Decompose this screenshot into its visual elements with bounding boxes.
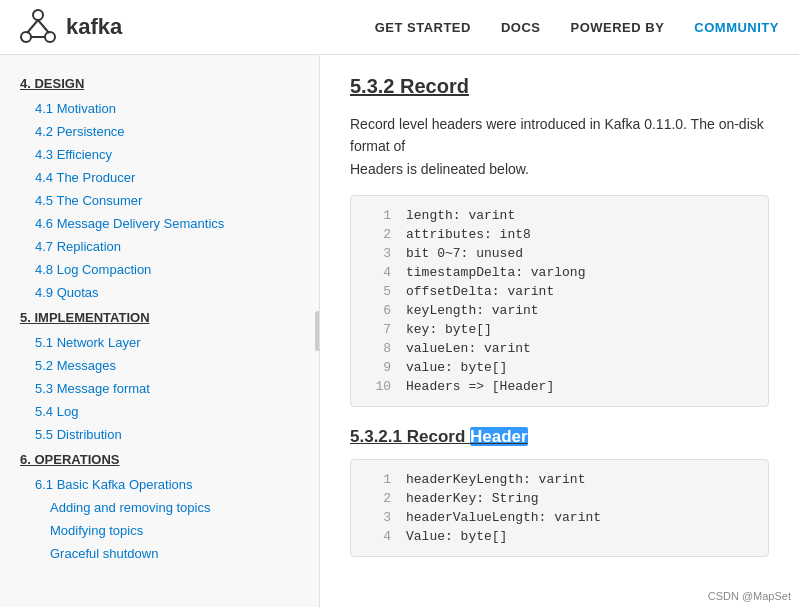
section-description: Record level headers were introduced in … xyxy=(350,113,769,180)
nav-powered-by[interactable]: POWERED BY xyxy=(570,20,664,35)
sidebar-section-operations[interactable]: 6. OPERATIONS xyxy=(0,446,319,473)
subsection-title-highlight: Header xyxy=(470,427,528,446)
svg-line-4 xyxy=(38,20,49,33)
nav-get-started[interactable]: GET STARTED xyxy=(375,20,471,35)
code-line-8: 8 valueLen: varint xyxy=(351,339,768,358)
code-line-h4: 4 Value: byte[] xyxy=(351,527,768,546)
watermark: CSDN @MapSet xyxy=(708,590,791,602)
logo-text: kafka xyxy=(66,14,122,40)
code-block-record: 1 length: varint 2 attributes: int8 3 bi… xyxy=(350,195,769,407)
code-line-10: 10 Headers => [Header] xyxy=(351,377,768,396)
sidebar-item-motivation[interactable]: 4.1 Motivation xyxy=(0,97,319,120)
section-title: 5.3.2 Record xyxy=(350,75,769,98)
svg-line-3 xyxy=(27,20,38,33)
sidebar-item-message-format[interactable]: 5.3 Message format xyxy=(0,377,319,400)
code-line-9: 9 value: byte[] xyxy=(351,358,768,377)
main-layout: 4. DESIGN 4.1 Motivation 4.2 Persistence… xyxy=(0,55,799,607)
sidebar-item-replication[interactable]: 4.7 Replication xyxy=(0,235,319,258)
nav-docs[interactable]: DOCS xyxy=(501,20,541,35)
sidebar-item-log[interactable]: 5.4 Log xyxy=(0,400,319,423)
code-line-h1: 1 headerKeyLength: varint xyxy=(351,470,768,489)
subsection-title: 5.3.2.1 Record Header xyxy=(350,427,769,447)
logo-area: kafka xyxy=(20,9,122,45)
sidebar-item-message-delivery[interactable]: 4.6 Message Delivery Semantics xyxy=(0,212,319,235)
sidebar-item-modifying-topics[interactable]: Modifying topics xyxy=(0,519,319,542)
svg-point-2 xyxy=(45,32,55,42)
sidebar-item-log-compaction[interactable]: 4.8 Log Compaction xyxy=(0,258,319,281)
sidebar: 4. DESIGN 4.1 Motivation 4.2 Persistence… xyxy=(0,55,320,607)
sidebar-item-quotas[interactable]: 4.9 Quotas xyxy=(0,281,319,304)
sidebar-item-basic-kafka-operations[interactable]: 6.1 Basic Kafka Operations xyxy=(0,473,319,496)
code-block-header: 1 headerKeyLength: varint 2 headerKey: S… xyxy=(350,459,769,557)
code-line-5: 5 offsetDelta: varint xyxy=(351,282,768,301)
sidebar-item-consumer[interactable]: 4.5 The Consumer xyxy=(0,189,319,212)
sidebar-collapse-handle[interactable]: < xyxy=(315,311,320,351)
code-line-3: 3 bit 0~7: unused xyxy=(351,244,768,263)
sidebar-item-graceful-shutdown[interactable]: Graceful shutdown xyxy=(0,542,319,565)
sidebar-item-producer[interactable]: 4.4 The Producer xyxy=(0,166,319,189)
kafka-logo-icon xyxy=(20,9,56,45)
code-line-h3: 3 headerValueLength: varint xyxy=(351,508,768,527)
code-line-6: 6 keyLength: varint xyxy=(351,301,768,320)
svg-point-1 xyxy=(21,32,31,42)
svg-point-0 xyxy=(33,10,43,20)
content-area: 5.3.2 Record Record level headers were i… xyxy=(320,55,799,607)
code-line-7: 7 key: byte[] xyxy=(351,320,768,339)
sidebar-section-design[interactable]: 4. DESIGN xyxy=(0,70,319,97)
sidebar-item-distribution[interactable]: 5.5 Distribution xyxy=(0,423,319,446)
sidebar-item-adding-removing-topics[interactable]: Adding and removing topics xyxy=(0,496,319,519)
nav-links: GET STARTED DOCS POWERED BY COMMUNITY xyxy=(375,20,779,35)
sidebar-section-implementation[interactable]: 5. IMPLEMENTATION xyxy=(0,304,319,331)
code-line-h2: 2 headerKey: String xyxy=(351,489,768,508)
nav-community[interactable]: COMMUNITY xyxy=(694,20,779,35)
code-line-4: 4 timestampDelta: varlong xyxy=(351,263,768,282)
subsection-title-prefix: 5.3.2.1 Record xyxy=(350,427,470,446)
code-line-1: 1 length: varint xyxy=(351,206,768,225)
sidebar-item-messages[interactable]: 5.2 Messages xyxy=(0,354,319,377)
sidebar-item-efficiency[interactable]: 4.3 Efficiency xyxy=(0,143,319,166)
code-line-2: 2 attributes: int8 xyxy=(351,225,768,244)
sidebar-item-persistence[interactable]: 4.2 Persistence xyxy=(0,120,319,143)
sidebar-item-network-layer[interactable]: 5.1 Network Layer xyxy=(0,331,319,354)
header: kafka GET STARTED DOCS POWERED BY COMMUN… xyxy=(0,0,799,55)
